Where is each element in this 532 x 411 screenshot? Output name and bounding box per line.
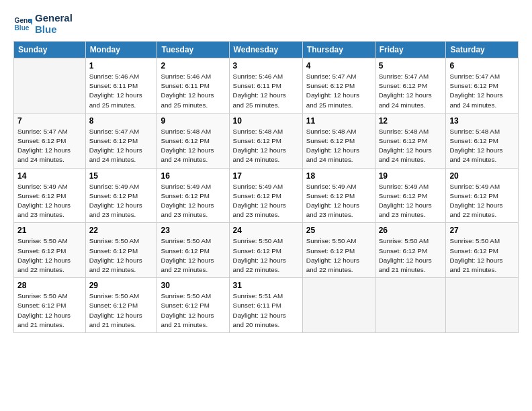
calendar-cell: 17Sunrise: 5:49 AM Sunset: 6:12 PM Dayli…	[229, 168, 302, 223]
calendar-week-row: 21Sunrise: 5:50 AM Sunset: 6:12 PM Dayli…	[14, 223, 519, 278]
day-info: Sunrise: 5:50 AM Sunset: 6:12 PM Dayligh…	[17, 236, 82, 275]
day-number: 26	[379, 226, 443, 235]
calendar-cell	[14, 58, 86, 113]
day-number: 22	[89, 226, 154, 235]
weekday-header: Monday	[85, 42, 157, 58]
day-info: Sunrise: 5:47 AM Sunset: 6:12 PM Dayligh…	[89, 127, 154, 165]
calendar-week-row: 7Sunrise: 5:47 AM Sunset: 6:12 PM Daylig…	[14, 113, 519, 168]
calendar-cell: 2Sunrise: 5:46 AM Sunset: 6:11 PM Daylig…	[157, 58, 229, 113]
day-number: 3	[233, 61, 299, 71]
day-info: Sunrise: 5:50 AM Sunset: 6:12 PM Dayligh…	[89, 291, 154, 330]
calendar-cell: 31Sunrise: 5:51 AM Sunset: 6:11 PM Dayli…	[229, 278, 302, 333]
day-number: 5	[379, 61, 443, 71]
calendar-cell: 25Sunrise: 5:50 AM Sunset: 6:12 PM Dayli…	[302, 223, 375, 278]
calendar-cell: 4Sunrise: 5:47 AM Sunset: 6:12 PM Daylig…	[302, 58, 375, 113]
day-info: Sunrise: 5:48 AM Sunset: 6:12 PM Dayligh…	[379, 127, 443, 165]
day-number: 16	[161, 171, 225, 181]
calendar-cell: 19Sunrise: 5:49 AM Sunset: 6:12 PM Dayli…	[375, 168, 446, 223]
weekday-header: Sunday	[14, 42, 86, 58]
calendar-cell: 28Sunrise: 5:50 AM Sunset: 6:12 PM Dayli…	[14, 278, 86, 333]
day-info: Sunrise: 5:49 AM Sunset: 6:12 PM Dayligh…	[89, 182, 154, 220]
day-number: 24	[233, 226, 299, 235]
day-info: Sunrise: 5:50 AM Sunset: 6:12 PM Dayligh…	[449, 236, 515, 275]
day-info: Sunrise: 5:50 AM Sunset: 6:12 PM Dayligh…	[161, 236, 225, 275]
calendar-cell: 22Sunrise: 5:50 AM Sunset: 6:12 PM Dayli…	[85, 223, 157, 278]
day-number: 10	[233, 116, 299, 126]
calendar-cell: 5Sunrise: 5:47 AM Sunset: 6:12 PM Daylig…	[375, 58, 446, 113]
day-info: Sunrise: 5:48 AM Sunset: 6:12 PM Dayligh…	[306, 127, 371, 165]
day-number: 18	[306, 171, 371, 181]
calendar-cell: 12Sunrise: 5:48 AM Sunset: 6:12 PM Dayli…	[375, 113, 446, 168]
day-info: Sunrise: 5:49 AM Sunset: 6:12 PM Dayligh…	[306, 182, 371, 220]
calendar-cell: 3Sunrise: 5:46 AM Sunset: 6:11 PM Daylig…	[229, 58, 302, 113]
day-number: 13	[449, 116, 515, 126]
calendar-cell: 20Sunrise: 5:49 AM Sunset: 6:12 PM Dayli…	[446, 168, 519, 223]
day-info: Sunrise: 5:50 AM Sunset: 6:12 PM Dayligh…	[17, 291, 82, 330]
day-number: 31	[233, 281, 299, 290]
day-number: 19	[379, 171, 443, 181]
day-info: Sunrise: 5:49 AM Sunset: 6:12 PM Dayligh…	[17, 182, 82, 220]
weekday-header: Saturday	[446, 42, 519, 58]
day-number: 14	[17, 171, 82, 181]
day-info: Sunrise: 5:49 AM Sunset: 6:12 PM Dayligh…	[379, 182, 443, 220]
header: General Blue General Blue	[13, 12, 519, 36]
day-info: Sunrise: 5:50 AM Sunset: 6:12 PM Dayligh…	[233, 236, 299, 275]
day-number: 15	[89, 171, 154, 181]
day-number: 6	[449, 61, 515, 71]
day-info: Sunrise: 5:49 AM Sunset: 6:12 PM Dayligh…	[233, 182, 299, 220]
calendar-cell: 15Sunrise: 5:49 AM Sunset: 6:12 PM Dayli…	[85, 168, 157, 223]
calendar-cell: 16Sunrise: 5:49 AM Sunset: 6:12 PM Dayli…	[157, 168, 229, 223]
day-info: Sunrise: 5:48 AM Sunset: 6:12 PM Dayligh…	[161, 127, 225, 165]
day-number: 2	[161, 61, 225, 71]
weekday-header: Wednesday	[229, 42, 302, 58]
day-info: Sunrise: 5:50 AM Sunset: 6:12 PM Dayligh…	[379, 236, 443, 275]
svg-text:Blue: Blue	[15, 24, 30, 32]
day-info: Sunrise: 5:49 AM Sunset: 6:12 PM Dayligh…	[449, 182, 515, 220]
calendar-week-row: 14Sunrise: 5:49 AM Sunset: 6:12 PM Dayli…	[14, 168, 519, 223]
logo: General Blue General Blue	[13, 12, 73, 36]
calendar-cell	[446, 278, 519, 333]
day-number: 17	[233, 171, 299, 181]
calendar-cell: 7Sunrise: 5:47 AM Sunset: 6:12 PM Daylig…	[14, 113, 86, 168]
page-container: General Blue General Blue SundayMondayTu…	[0, 0, 532, 340]
calendar-cell	[375, 278, 446, 333]
calendar-cell: 11Sunrise: 5:48 AM Sunset: 6:12 PM Dayli…	[302, 113, 375, 168]
day-info: Sunrise: 5:48 AM Sunset: 6:12 PM Dayligh…	[233, 127, 299, 165]
calendar-table: SundayMondayTuesdayWednesdayThursdayFrid…	[13, 41, 519, 333]
calendar-cell: 21Sunrise: 5:50 AM Sunset: 6:12 PM Dayli…	[14, 223, 86, 278]
calendar-week-row: 28Sunrise: 5:50 AM Sunset: 6:12 PM Dayli…	[14, 278, 519, 333]
calendar-cell	[302, 278, 375, 333]
calendar-cell: 26Sunrise: 5:50 AM Sunset: 6:12 PM Dayli…	[375, 223, 446, 278]
day-info: Sunrise: 5:50 AM Sunset: 6:12 PM Dayligh…	[161, 291, 225, 330]
day-info: Sunrise: 5:47 AM Sunset: 6:12 PM Dayligh…	[306, 72, 371, 110]
day-number: 29	[89, 281, 154, 290]
weekday-header: Friday	[375, 42, 446, 58]
day-info: Sunrise: 5:51 AM Sunset: 6:11 PM Dayligh…	[233, 291, 299, 330]
calendar-cell: 24Sunrise: 5:50 AM Sunset: 6:12 PM Dayli…	[229, 223, 302, 278]
day-number: 8	[89, 116, 154, 126]
day-number: 12	[379, 116, 443, 126]
logo-general: General	[35, 12, 73, 24]
day-info: Sunrise: 5:46 AM Sunset: 6:11 PM Dayligh…	[161, 72, 225, 110]
logo-icon: General Blue	[13, 15, 32, 34]
calendar-cell: 8Sunrise: 5:47 AM Sunset: 6:12 PM Daylig…	[85, 113, 157, 168]
day-number: 21	[17, 226, 82, 235]
weekday-header: Tuesday	[157, 42, 229, 58]
calendar-cell: 30Sunrise: 5:50 AM Sunset: 6:12 PM Dayli…	[157, 278, 229, 333]
calendar-cell: 1Sunrise: 5:46 AM Sunset: 6:11 PM Daylig…	[85, 58, 157, 113]
day-info: Sunrise: 5:47 AM Sunset: 6:12 PM Dayligh…	[17, 127, 82, 165]
day-info: Sunrise: 5:50 AM Sunset: 6:12 PM Dayligh…	[89, 236, 154, 275]
day-info: Sunrise: 5:47 AM Sunset: 6:12 PM Dayligh…	[449, 72, 515, 110]
calendar-header-row: SundayMondayTuesdayWednesdayThursdayFrid…	[14, 42, 519, 58]
day-number: 7	[17, 116, 82, 126]
calendar-cell: 13Sunrise: 5:48 AM Sunset: 6:12 PM Dayli…	[446, 113, 519, 168]
day-number: 23	[161, 226, 225, 235]
day-number: 20	[449, 171, 515, 181]
day-info: Sunrise: 5:48 AM Sunset: 6:12 PM Dayligh…	[449, 127, 515, 165]
calendar-cell: 18Sunrise: 5:49 AM Sunset: 6:12 PM Dayli…	[302, 168, 375, 223]
weekday-header: Thursday	[302, 42, 375, 58]
day-number: 11	[306, 116, 371, 126]
day-number: 1	[89, 61, 154, 71]
calendar-cell: 6Sunrise: 5:47 AM Sunset: 6:12 PM Daylig…	[446, 58, 519, 113]
day-number: 4	[306, 61, 371, 71]
